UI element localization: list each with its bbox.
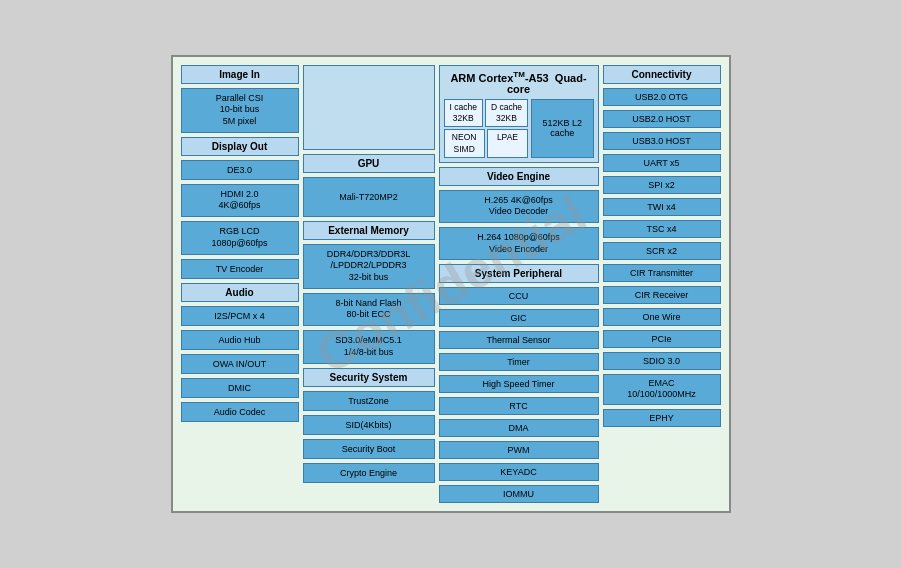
- mid-right-col: ARM CortexTM-A53 Quad-core I cache32KB D…: [439, 65, 599, 504]
- icache-box: I cache32KB: [444, 99, 483, 127]
- gic: GIC: [439, 309, 599, 327]
- de30: DE3.0: [181, 160, 299, 180]
- neon-box: NEONSIMD: [444, 129, 485, 157]
- timer: Timer: [439, 353, 599, 371]
- spi: SPI x2: [603, 176, 721, 194]
- rtc: RTC: [439, 397, 599, 415]
- uart: UART x5: [603, 154, 721, 172]
- scr: SCR x2: [603, 242, 721, 260]
- emac: EMAC10/100/1000MHz: [603, 374, 721, 405]
- sd30: SD3.0/eMMC5.11/4/8-bit bus: [303, 330, 435, 363]
- tv-encoder: TV Encoder: [181, 259, 299, 279]
- mali: Mali-T720MP2: [303, 177, 435, 217]
- image-in-header: Image In: [181, 65, 299, 84]
- audio-codec: Audio Codec: [181, 402, 299, 422]
- cir-tx: CIR Transmitter: [603, 264, 721, 282]
- chip-diagram: Confidential Image In Parallel CSI10-bit…: [171, 55, 731, 514]
- security-hdr: Security System: [303, 368, 435, 387]
- arm-box: ARM CortexTM-A53 Quad-core I cache32KB D…: [439, 65, 599, 163]
- dmic: DMIC: [181, 378, 299, 398]
- nand: 8-bit Nand Flash80-bit ECC: [303, 293, 435, 326]
- arm-neon-row: NEONSIMD LPAE: [444, 129, 529, 157]
- rgb-lcd: RGB LCD1080p@60fps: [181, 221, 299, 254]
- pwm: PWM: [439, 441, 599, 459]
- keyadc: KEYADC: [439, 463, 599, 481]
- audio-hub: Audio Hub: [181, 330, 299, 350]
- extmem-hdr: External Memory: [303, 221, 435, 240]
- main-layout: Image In Parallel CSI10-bit bus5M pixel …: [181, 65, 721, 504]
- crypto: Crypto Engine: [303, 463, 435, 483]
- sid: SID(4Kbits): [303, 415, 435, 435]
- display-out-header: Display Out: [181, 137, 299, 156]
- right-col: Connectivity USB2.0 OTG USB2.0 HOST USB3…: [603, 65, 721, 504]
- usb30-host: USB3.0 HOST: [603, 132, 721, 150]
- pcie: PCIe: [603, 330, 721, 348]
- l2-box: 512KB L2 cache: [531, 99, 593, 157]
- dma: DMA: [439, 419, 599, 437]
- sysper-hdr: System Peripheral: [439, 264, 599, 283]
- twi: TWI x4: [603, 198, 721, 216]
- ephy: EPHY: [603, 409, 721, 427]
- sdio: SDIO 3.0: [603, 352, 721, 370]
- hstimer: High Speed Timer: [439, 375, 599, 393]
- iommu: IOMMU: [439, 485, 599, 503]
- audio-header: Audio: [181, 283, 299, 302]
- lpae-box: LPAE: [487, 129, 528, 157]
- usb20-otg: USB2.0 OTG: [603, 88, 721, 106]
- h264: H.264 1080p@60fpsVideo Encoder: [439, 227, 599, 260]
- sec-boot: Security Boot: [303, 439, 435, 459]
- watermark-container: Confidential Image In Parallel CSI10-bit…: [181, 65, 721, 504]
- gpu-hdr: GPU: [303, 154, 435, 173]
- conn-hdr: Connectivity: [603, 65, 721, 84]
- trustzone: TrustZone: [303, 391, 435, 411]
- arm-row: I cache32KB D cache32KB NEONSIMD LPAE 51…: [444, 99, 594, 157]
- h265: H.265 4K@60fpsVideo Decoder: [439, 190, 599, 223]
- dcache-box: D cache32KB: [485, 99, 528, 127]
- arm-caches: I cache32KB D cache32KB NEONSIMD LPAE: [444, 99, 529, 157]
- i2s-pcm: I2S/PCM x 4: [181, 306, 299, 326]
- parallel-csi: Parallel CSI10-bit bus5M pixel: [181, 88, 299, 133]
- ccu: CCU: [439, 287, 599, 305]
- thermal: Thermal Sensor: [439, 331, 599, 349]
- hdmi: HDMI 2.04K@60fps: [181, 184, 299, 217]
- left-col: Image In Parallel CSI10-bit bus5M pixel …: [181, 65, 299, 504]
- mid-left-col: GPU Mali-T720MP2 External Memory DDR4/DD…: [303, 65, 435, 504]
- owa: OWA IN/OUT: [181, 354, 299, 374]
- video-hdr: Video Engine: [439, 167, 599, 186]
- ddr4: DDR4/DDR3/DDR3L/LPDDR2/LPDDR332-bit bus: [303, 244, 435, 289]
- tsc: TSC x4: [603, 220, 721, 238]
- arm-cache-row: I cache32KB D cache32KB: [444, 99, 529, 127]
- usb20-host: USB2.0 HOST: [603, 110, 721, 128]
- one-wire: One Wire: [603, 308, 721, 326]
- cir-rx: CIR Receiver: [603, 286, 721, 304]
- arm-title: ARM CortexTM-A53 Quad-core: [444, 70, 594, 96]
- arm-placeholder: [303, 65, 435, 150]
